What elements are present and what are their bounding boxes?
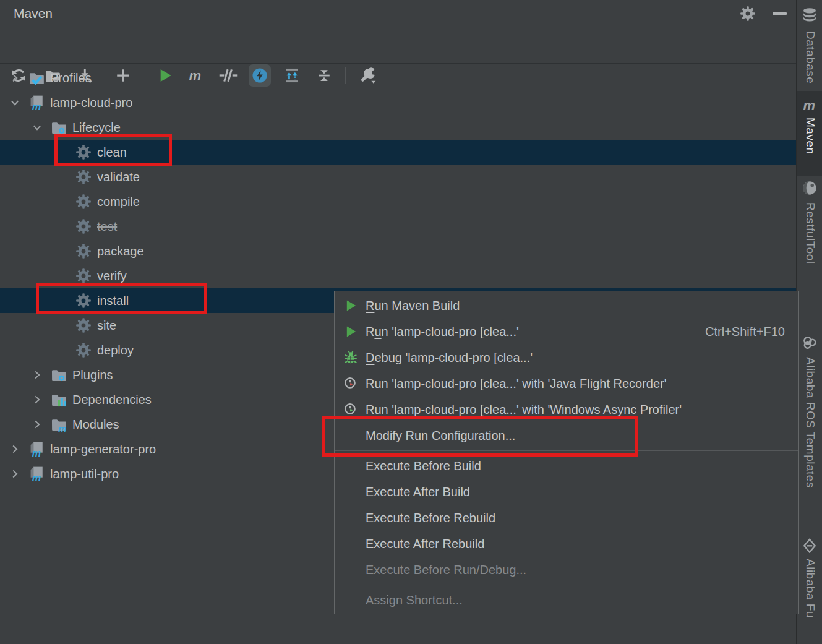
maven-tool-window: Maven Profiles (0, 0, 822, 644)
minimize-icon[interactable] (773, 12, 787, 15)
gear-icon (75, 194, 92, 210)
tree-item-profiles[interactable]: Profiles (0, 66, 796, 90)
maven-project-icon (28, 441, 45, 457)
empty-icon (343, 536, 359, 552)
debug-bug-icon (343, 350, 359, 366)
menu-item-debug-lamp-cloud-pro[interactable]: Debug 'lamp-cloud-pro [clea...' (335, 345, 798, 371)
chevron-down-icon[interactable] (30, 120, 45, 135)
context-menu: Run Maven Build Run 'lamp-cloud-pro [cle… (334, 291, 799, 614)
maven-project-icon (28, 95, 45, 111)
empty-icon (343, 592, 359, 608)
menu-item-execute-before-build[interactable]: Execute Before Build (335, 453, 798, 479)
alibaba-fu-icon (802, 537, 818, 553)
run-icon (343, 298, 359, 314)
empty-icon (343, 562, 359, 578)
menu-item-run-with-jfr[interactable]: Run 'lamp-cloud-pro [clea...' with 'Java… (335, 371, 798, 397)
menu-separator (335, 450, 798, 451)
chevron-right-icon[interactable] (7, 71, 22, 85)
tab-maven[interactable]: Maven (797, 91, 822, 176)
gear-icon (75, 342, 92, 358)
menu-item-execute-before-run-debug[interactable]: Execute Before Run/Debug... (335, 557, 798, 583)
database-icon (802, 7, 818, 24)
maven-m-icon (802, 97, 818, 113)
menu-separator (335, 585, 798, 585)
chevron-right-icon[interactable] (30, 392, 45, 407)
tree-item-validate[interactable]: validate (0, 165, 796, 189)
chevron-right-icon[interactable] (7, 466, 22, 481)
shortcut-hint: Ctrl+Shift+F10 (705, 325, 785, 339)
menu-item-run-with-async-profiler[interactable]: Run 'lamp-cloud-pro [clea...' with 'Wind… (335, 397, 798, 423)
empty-icon (343, 484, 359, 500)
tree-item-clean[interactable]: clean (0, 140, 796, 165)
empty-icon (343, 458, 359, 474)
gear-icon (75, 144, 92, 160)
gear-icon (75, 268, 92, 284)
folder-gear-icon (51, 119, 67, 135)
right-tool-stripe: Database Maven RestfulTool Alibaba ROS T… (797, 0, 822, 644)
gear-icon (75, 293, 92, 309)
chevron-right-icon[interactable] (30, 367, 45, 382)
panel-title: Maven (14, 6, 53, 21)
chevron-right-icon[interactable] (30, 417, 45, 432)
tool-window-titlebar: Maven (0, 0, 796, 28)
tree-item-compile[interactable]: compile (0, 189, 796, 214)
menu-item-assign-shortcut[interactable]: Assign Shortcut... (335, 587, 798, 613)
gear-icon (75, 243, 92, 259)
globe-icon (802, 180, 818, 196)
menu-item-run-lamp-cloud-pro[interactable]: Run 'lamp-cloud-pro [clea...' Ctrl+Shift… (335, 319, 798, 345)
chevron-right-icon[interactable] (7, 442, 22, 457)
chevron-down-icon[interactable] (7, 95, 22, 110)
tree-item-test[interactable]: test (0, 214, 796, 239)
settings-gear-icon[interactable] (740, 6, 756, 22)
tree-item-lifecycle[interactable]: Lifecycle (0, 115, 796, 140)
folder-m-icon (51, 416, 67, 432)
menu-item-execute-after-rebuild[interactable]: Execute After Rebuild (335, 531, 798, 557)
menu-item-execute-before-rebuild[interactable]: Execute Before Rebuild (335, 505, 798, 531)
tree-item-verify[interactable]: verify (0, 264, 796, 288)
maven-project-icon (28, 466, 45, 482)
maven-toolbar (0, 28, 796, 64)
gear-icon (75, 169, 92, 185)
empty-icon (343, 427, 359, 444)
maven-panel: Maven Profiles (0, 0, 796, 644)
folder-gear-icon (51, 367, 67, 383)
gear-icon (75, 218, 92, 234)
menu-item-modify-run-configuration[interactable]: Modify Run Configuration... (335, 423, 798, 449)
tree-item-lamp-cloud-pro[interactable]: lamp-cloud-pro (0, 90, 796, 115)
tree-item-package[interactable]: package (0, 239, 796, 264)
cloud-icon (802, 335, 818, 351)
profiler-red-icon (343, 376, 359, 392)
empty-icon (343, 510, 359, 526)
folder-bars-icon (51, 392, 67, 408)
gear-icon (75, 317, 92, 333)
run-icon (343, 324, 359, 340)
menu-item-run-maven-build[interactable]: Run Maven Build (335, 293, 798, 319)
folder-check-icon (28, 70, 45, 86)
profiler-green-icon (343, 401, 359, 418)
menu-item-execute-after-build[interactable]: Execute After Build (335, 479, 798, 505)
